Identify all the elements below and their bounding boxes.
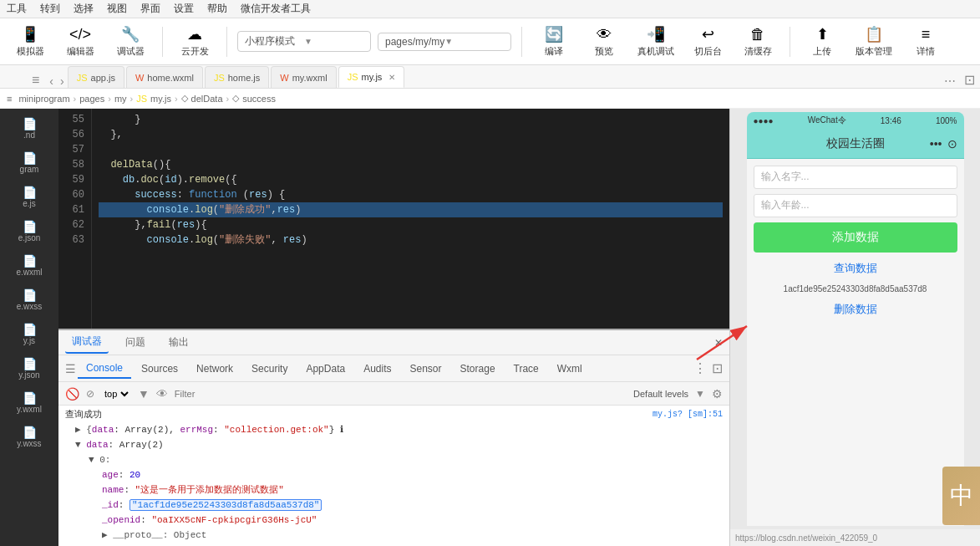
sidebar-toggle-btn[interactable]: ≡ [7, 94, 12, 104]
code-line-56: }, [99, 127, 723, 142]
sidebar-item-nd[interactable]: 📄 .nd [4, 112, 54, 145]
eye-icon[interactable]: 👁 [156, 387, 168, 401]
devtools-close-btn[interactable]: ✕ [714, 337, 723, 349]
sidebar-item-ywxml[interactable]: 📄 y.wxml [4, 386, 54, 419]
sidebar-item-ewxss[interactable]: 📄 e.wxss [4, 283, 54, 316]
console-data-array[interactable]: ▼ data: Array(2) [58, 437, 729, 452]
context-selector[interactable]: top [101, 388, 131, 400]
name-input[interactable]: 输入名字... [754, 166, 957, 189]
miniapp-mode-selector[interactable]: 小程序模式 ▼ [237, 31, 371, 52]
breadcrumb-deldata[interactable]: delData [191, 94, 223, 104]
sidebar-item-ejson[interactable]: 📄 e.json [4, 215, 54, 247]
cloud-btn[interactable]: ☁ 云开发 [173, 22, 216, 62]
menu-view[interactable]: 视图 [107, 2, 127, 16]
menu-wechat-devtools[interactable]: 微信开发者工具 [241, 2, 311, 16]
console-output[interactable]: my.js? [sm]:51 查询成功 ▶ {data: Array(2), e… [58, 406, 729, 546]
realdev-btn[interactable]: 📲 真机调试 [632, 22, 679, 62]
code-editor[interactable]: } }, delData(){ db.doc(id).remove({ succ… [92, 109, 729, 329]
breadcrumb-success[interactable]: success [242, 94, 276, 104]
menu-help[interactable]: 帮助 [207, 2, 227, 16]
debugger-btn[interactable]: 🔧 调试器 [109, 22, 152, 62]
console-tab-appdata[interactable]: AppData [297, 360, 353, 378]
code-panel[interactable]: 55 56 57 58 59 60 61 62 63 } }, delData(… [58, 109, 729, 329]
devtools-panel: 调试器 问题 输出 ✕ ☰ Console Sources Network Se… [58, 329, 729, 546]
more-console-options[interactable]: ⋮ [693, 360, 707, 376]
cloud-label: 云开发 [181, 45, 209, 58]
menu-tool[interactable]: 工具 [7, 2, 27, 16]
more-tabs-btn[interactable]: ⋯ [941, 74, 959, 88]
devtools-tab-debugger[interactable]: 调试器 [65, 331, 109, 354]
console-tab-audits[interactable]: Audits [355, 360, 399, 378]
console-tab-trace[interactable]: Trace [505, 360, 547, 378]
query-data-link[interactable]: 查询数据 [754, 258, 957, 279]
console-tab-console[interactable]: Console [78, 359, 131, 379]
version-btn[interactable]: 📋 版本管理 [851, 22, 897, 62]
tab-home-js[interactable]: JS home.js [205, 66, 269, 88]
sidebar-item-ewxml[interactable]: 📄 e.wxml [4, 249, 54, 282]
breadcrumb-miniprogram[interactable]: miniprogram [18, 94, 69, 104]
chevron-down-icon: ▼ [138, 387, 150, 401]
tab-forward-btn[interactable]: › [57, 74, 68, 88]
cutback-btn[interactable]: ↩ 切后台 [686, 22, 729, 62]
simulator-btn[interactable]: 📱 模拟器 [8, 22, 52, 62]
nav-close-icon[interactable]: ⊙ [947, 137, 957, 151]
nav-more-icon[interactable]: ••• [930, 137, 942, 151]
nav-title: 校园生活圈 [826, 136, 885, 151]
sidebar-item-ywxss[interactable]: 📄 y.wxss [4, 421, 54, 453]
clearcache-btn[interactable]: 🗑 清缓存 [736, 22, 779, 62]
compile-btn[interactable]: 🔄 编译 [532, 22, 576, 62]
breadcrumb-my[interactable]: my [114, 94, 127, 104]
tab-collapse-btn[interactable]: ≡ [25, 73, 46, 88]
delete-data-link[interactable]: 删除数据 [754, 299, 957, 320]
split-editor-btn[interactable]: ⊡ [959, 72, 980, 88]
upload-btn[interactable]: ⬆ 上传 [800, 22, 844, 62]
console-filter-input[interactable] [175, 389, 627, 399]
editor-btn[interactable]: </> 编辑器 [58, 22, 102, 62]
tab-my-wxml[interactable]: W my.wxml [271, 66, 336, 88]
breadcrumb-pages[interactable]: pages [79, 94, 104, 104]
menu-goto[interactable]: 转到 [40, 2, 60, 16]
code-line-58: delData(){ [99, 157, 723, 172]
console-tab-security[interactable]: Security [243, 360, 296, 378]
console-settings-icon[interactable]: ⚙ [712, 387, 723, 401]
console-tab-sensor[interactable]: Sensor [402, 360, 450, 378]
console-item-0[interactable]: ▼ 0: [58, 452, 729, 467]
tab-my-js[interactable]: JS my.js ✕ [338, 66, 405, 88]
age-input[interactable]: 输入年龄... [754, 194, 957, 217]
sidebar-item-gram[interactable]: 📄 gram [4, 146, 54, 179]
devtools-tab-problems[interactable]: 问题 [119, 332, 152, 353]
console-tab-network[interactable]: Network [188, 360, 241, 378]
compile-icon: 🔄 [542, 25, 566, 43]
tab-app-js[interactable]: JS app.js [68, 66, 124, 88]
preview-btn[interactable]: 👁 预览 [582, 22, 626, 62]
preserve-log-icon[interactable]: ⊘ [86, 388, 94, 400]
console-tab-storage[interactable]: Storage [452, 360, 504, 378]
add-data-btn[interactable]: 添加数据 [754, 222, 957, 253]
undock-icon[interactable]: ⊡ [712, 360, 723, 376]
console-expand-obj[interactable]: ▶ {data: Array(2), errMsg: "collection.g… [58, 422, 729, 437]
console-proto-obj[interactable]: ▶ __proto__: Object [58, 528, 729, 543]
sidebar-item-yjson[interactable]: 📄 y.json [4, 352, 54, 385]
tab-home-wxml[interactable]: W home.wxml [126, 66, 203, 88]
console-item-1[interactable]: ▶ 1: {_id: "d9ea35c25e2530e503dd09947891… [58, 543, 729, 546]
menu-select[interactable]: 选择 [74, 2, 94, 16]
devtools-sidebar-icon[interactable]: ☰ [65, 362, 76, 375]
menu-interface[interactable]: 界面 [140, 2, 160, 16]
menu-settings[interactable]: 设置 [174, 2, 194, 16]
log-levels-btn[interactable]: Default levels [633, 389, 688, 399]
tab-close-btn[interactable]: ✕ [388, 73, 395, 82]
sidebar-item-yjs[interactable]: 📄 y.js [4, 318, 54, 350]
breadcrumb-func-icon: ◇ [232, 93, 239, 104]
clear-console-btn[interactable]: 🚫 [65, 387, 79, 401]
console-tab-sources[interactable]: Sources [133, 360, 186, 378]
devtools-tab-output[interactable]: 输出 [162, 332, 195, 353]
clearcache-icon: 🗑 [746, 25, 769, 43]
path-selector[interactable]: pages/my/my ▼ [378, 33, 511, 51]
preview-label: 预览 [595, 45, 613, 58]
code-line-63: console.log("删除失败", res) [99, 232, 723, 247]
tab-back-btn[interactable]: ‹ [46, 74, 57, 88]
console-tab-wxml[interactable]: Wxml [549, 360, 591, 378]
details-btn[interactable]: ≡ 详情 [904, 22, 947, 62]
breadcrumb-myjs[interactable]: my.js [150, 94, 171, 104]
sidebar-item-ejs[interactable]: 📄 e.js [4, 181, 54, 213]
